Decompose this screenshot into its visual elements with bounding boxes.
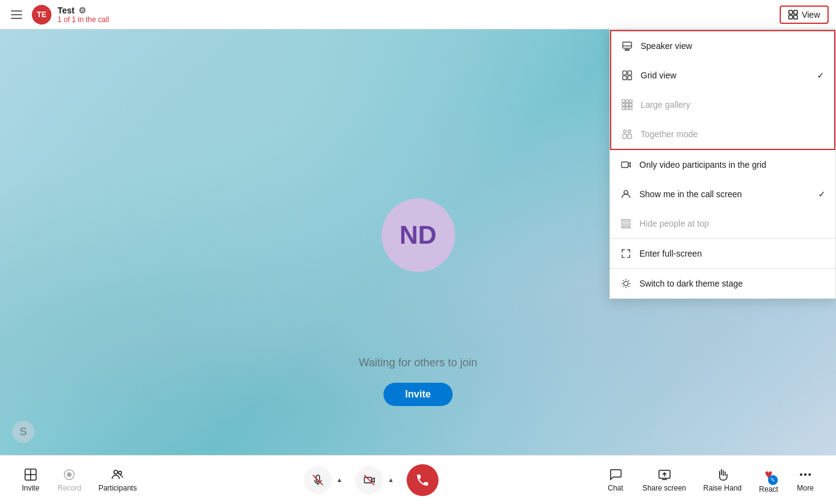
svg-point-34 bbox=[119, 471, 122, 474]
bottom-bar: Invite Record Participants bbox=[0, 455, 836, 504]
svg-rect-16 bbox=[630, 103, 633, 107]
header-left: TE Test ⚙ 1 of 1 in the call bbox=[7, 5, 109, 24]
svg-rect-24 bbox=[622, 162, 628, 168]
chat-label: Chat bbox=[608, 484, 623, 492]
invite-button[interactable]: Invite bbox=[15, 465, 47, 495]
share-screen-icon bbox=[658, 468, 671, 481]
cam-group: ▲ bbox=[355, 466, 397, 494]
waiting-text: Waiting for others to join bbox=[359, 356, 477, 369]
raise-hand-label: Raise Hand bbox=[703, 484, 742, 492]
invite-main-button[interactable]: Invite bbox=[383, 383, 453, 406]
react-edit-icon: ✎ bbox=[768, 475, 778, 485]
svg-rect-8 bbox=[628, 71, 631, 75]
grid-view-label: Grid view bbox=[641, 70, 810, 80]
left-controls: Invite Record Participants bbox=[15, 465, 143, 495]
svg-point-45 bbox=[808, 473, 811, 476]
cam-arrow[interactable]: ▲ bbox=[385, 474, 397, 486]
only-video-icon bbox=[620, 159, 632, 171]
speaker-view-icon bbox=[621, 40, 633, 52]
end-call-button[interactable] bbox=[407, 464, 439, 496]
avatar: TE bbox=[32, 5, 51, 24]
more-button[interactable]: More bbox=[789, 465, 821, 495]
header-title: Test ⚙ 1 of 1 in the call bbox=[58, 6, 109, 24]
grid-view-icon bbox=[788, 10, 798, 20]
theme-section: Switch to dark theme stage bbox=[610, 269, 835, 298]
fullscreen-item[interactable]: Enter full-screen bbox=[610, 239, 835, 268]
chat-button[interactable]: Chat bbox=[600, 465, 631, 495]
show-me-item[interactable]: Show me in the call screen ✓ bbox=[610, 179, 835, 209]
view-label: View bbox=[802, 10, 820, 20]
mic-arrow[interactable]: ▲ bbox=[333, 474, 345, 486]
center-controls: ▲ ▲ bbox=[304, 464, 439, 496]
hide-people-item[interactable]: Hide people at top bbox=[610, 209, 835, 238]
view-dropdown: Speaker view Grid view ✓ Large ga bbox=[609, 29, 836, 299]
view-button[interactable]: View bbox=[780, 6, 829, 24]
hide-people-icon bbox=[620, 217, 632, 230]
large-gallery-item[interactable]: Large gallery bbox=[611, 90, 834, 119]
svg-rect-19 bbox=[630, 107, 633, 110]
svg-rect-9 bbox=[623, 76, 627, 80]
grid-view-icon bbox=[621, 69, 633, 81]
svg-rect-28 bbox=[622, 227, 630, 228]
large-gallery-icon bbox=[621, 99, 633, 111]
participant-initials: ND bbox=[399, 220, 437, 250]
mic-group: ▲ bbox=[304, 466, 345, 494]
participant-avatar: ND bbox=[382, 198, 455, 272]
together-mode-item[interactable]: Together mode bbox=[611, 119, 834, 149]
only-video-item[interactable]: Only video participants in the grid bbox=[610, 150, 835, 179]
speaker-view-item[interactable]: Speaker view bbox=[611, 31, 834, 61]
svg-rect-4 bbox=[623, 42, 631, 48]
svg-rect-5 bbox=[625, 49, 629, 50]
invite-label: Invite bbox=[22, 484, 40, 492]
svg-rect-11 bbox=[622, 100, 625, 103]
react-label: React bbox=[759, 485, 778, 494]
speaker-view-label: Speaker view bbox=[641, 41, 824, 51]
mic-toggle[interactable] bbox=[304, 466, 332, 494]
svg-point-43 bbox=[800, 473, 802, 476]
show-me-label: Show me in the call screen bbox=[639, 189, 811, 199]
svg-line-40 bbox=[364, 475, 374, 484]
hamburger-icon bbox=[11, 10, 22, 19]
svg-rect-26 bbox=[622, 220, 630, 222]
cam-toggle[interactable] bbox=[355, 466, 383, 494]
raise-hand-icon bbox=[716, 468, 729, 481]
svg-rect-17 bbox=[622, 107, 625, 110]
more-label: More bbox=[797, 484, 813, 492]
svg-rect-23 bbox=[628, 134, 631, 138]
show-me-check: ✓ bbox=[818, 189, 826, 199]
mic-muted-icon bbox=[312, 474, 324, 486]
svg-rect-0 bbox=[789, 10, 793, 14]
hamburger-menu[interactable] bbox=[7, 8, 26, 21]
large-gallery-label: Large gallery bbox=[641, 100, 824, 110]
record-button[interactable]: Record bbox=[51, 465, 88, 495]
gear-icon[interactable]: ⚙ bbox=[78, 6, 86, 15]
dark-theme-item[interactable]: Switch to dark theme stage bbox=[610, 269, 835, 298]
video-options-section: Only video participants in the grid Show… bbox=[610, 150, 835, 238]
right-controls: Chat Share screen Raise Hand ♥ ✎ React bbox=[600, 464, 821, 496]
participant-count: 1 of 1 in the call bbox=[58, 15, 109, 24]
grid-view-item[interactable]: Grid view ✓ bbox=[611, 61, 834, 90]
raise-hand-button[interactable]: Raise Hand bbox=[697, 465, 748, 495]
record-icon bbox=[62, 468, 76, 481]
svg-rect-15 bbox=[626, 103, 629, 107]
svg-point-20 bbox=[623, 130, 627, 133]
cam-muted-icon bbox=[363, 474, 375, 486]
svg-rect-7 bbox=[623, 71, 627, 75]
svg-rect-1 bbox=[794, 10, 797, 14]
view-modes-section: Speaker view Grid view ✓ Large ga bbox=[610, 30, 835, 150]
dark-theme-label: Switch to dark theme stage bbox=[639, 279, 826, 288]
together-mode-icon bbox=[621, 128, 633, 140]
chat-icon bbox=[609, 468, 622, 481]
participants-label: Participants bbox=[99, 484, 137, 492]
only-video-label: Only video participants in the grid bbox=[639, 160, 826, 170]
svg-rect-18 bbox=[626, 107, 629, 110]
svg-rect-10 bbox=[628, 76, 631, 80]
dark-theme-icon bbox=[620, 277, 632, 290]
svg-rect-2 bbox=[789, 15, 793, 19]
svg-point-32 bbox=[67, 473, 71, 476]
react-icon-wrap: ♥ ✎ bbox=[764, 467, 772, 483]
share-screen-button[interactable]: Share screen bbox=[636, 465, 692, 495]
react-button[interactable]: ♥ ✎ React bbox=[753, 464, 785, 496]
participants-button[interactable]: Participants bbox=[92, 465, 143, 495]
svg-point-33 bbox=[114, 470, 118, 474]
